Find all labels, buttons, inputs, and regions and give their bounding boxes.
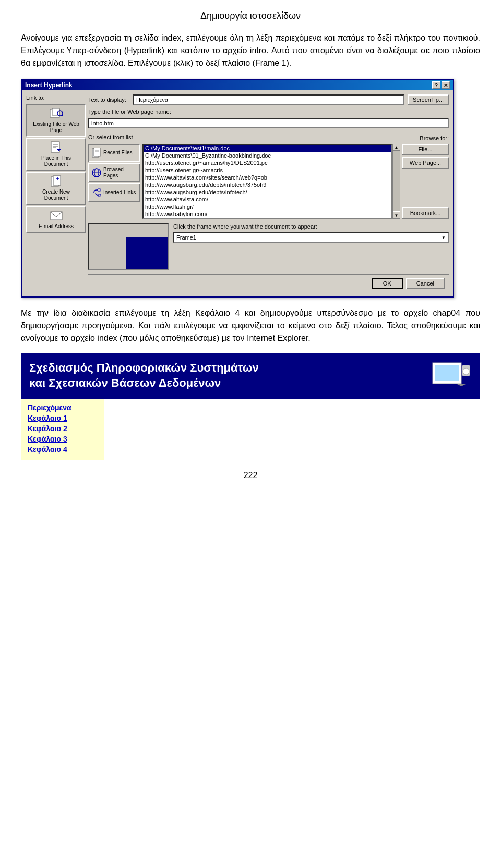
select-list-label: Or select from list [88,134,133,140]
existing-file-label: Existing File or Web Page [30,121,82,134]
frame-right-panel: Click the frame where you want the docum… [173,223,449,270]
file-browse-button[interactable]: File... [402,144,449,155]
nav-link-kef1[interactable]: Κεφάλαιο 1 [28,414,98,422]
frame-preview [88,223,169,270]
svg-rect-20 [98,189,101,191]
dialog-footer: OK Cancel [88,274,449,292]
bookmark-button[interactable]: Bookmark... [402,207,449,219]
link-to-panel: Link to: Existing File or Web Page [26,94,86,292]
svg-line-3 [62,115,63,117]
file-list-item[interactable]: http://www.augsburg.edu/depts/infotech/3… [144,181,391,188]
file-name-row [88,118,449,128]
file-list-item[interactable]: http://www.augsburg.edu/depts/infotech/ [144,188,391,196]
link-create-new-button[interactable]: Create New Document [26,172,86,205]
text-to-display-input[interactable] [133,94,404,105]
recent-files-icon [91,148,102,158]
link-existing-file-button[interactable]: Existing File or Web Page [26,104,86,137]
close-button[interactable]: ✕ [442,81,450,89]
dialog-body: Link to: Existing File or Web Page [22,90,453,296]
body-paragraph-1: Ανοίγουμε για επεξεργασία τη σελίδα inde… [21,32,480,69]
banner-text: Σχεδιασμός Πληροφοριακών Συστημάτων και … [29,361,259,390]
nav-link-kef3[interactable]: Κεφάλαιο 3 [28,435,98,443]
file-list-item[interactable]: http://www.babylon.com/ [144,210,391,218]
file-list-box: C:\My Documents\test1\main.doc C:\My Doc… [142,144,392,219]
svg-marker-26 [456,384,467,386]
file-list-item[interactable]: http://www.altavista.com/ [144,196,391,203]
dialog-title: Insert Hyperlink [25,81,73,89]
file-name-label: Type the file or Web page name: [88,109,449,115]
file-list-item[interactable]: C:\My Documents\01_Byzantine-bookbinding… [144,152,391,159]
page-title: Δημιουργία ιστοσελίδων [21,10,480,21]
file-list-item[interactable]: C:\My Documents\test1\main.doc [144,145,391,152]
create-new-label: Create New Document [30,189,82,201]
browse-buttons: File... Web Page... Bookmark... [402,144,449,219]
recent-files-button[interactable]: Recent Files [88,144,140,162]
svg-rect-9 [53,176,61,185]
browse-for-label: Browse for: [420,135,449,141]
frame-section: Click the frame where you want the docum… [88,223,449,270]
svg-rect-23 [435,365,459,381]
nav-link-kef4[interactable]: Κεφάλαιο 4 [28,445,98,454]
link-place-document-button[interactable]: Place in This Document [26,138,86,171]
file-list-area: C:\My Documents\test1\main.doc C:\My Doc… [142,144,400,219]
svg-rect-4 [51,142,59,152]
file-list-item[interactable]: http://users.otenet.gr/~amacris [144,167,391,174]
file-list-scrollbar[interactable]: ▲ ▼ [392,144,400,219]
body-paragraph-2: Με την ίδια διαδικασία επιλέγουμε τη λέξ… [21,307,480,344]
browsed-pages-button[interactable]: Browsed Pages [88,163,140,182]
main-panel: Text to display: ScreenTip... Type the f… [88,94,449,292]
banner-line2: και Σχεσιακών Βάσεων Δεδομένων [29,376,259,391]
text-to-display-row: Text to display: ScreenTip... [88,94,449,105]
nav-link-periexomena[interactable]: Περιεχόμενα [28,403,98,412]
frame-dropdown-value: Frame1 [176,234,196,241]
place-document-icon [49,141,64,153]
list-area: Recent Files Browsed Pages [88,144,449,219]
frame-select-row: Frame1 ▼ [173,232,449,243]
scroll-down-button[interactable]: ▼ [393,211,400,219]
file-list-item[interactable]: http://www.flash.gr/ [144,203,391,210]
inserted-links-label: Inserted Links [103,189,136,196]
screentip-button[interactable]: ScreenTip... [408,94,449,105]
banner-icon [430,360,472,391]
inserted-links-icon [91,187,102,198]
nav-panel: Περιεχόμενα Κεφάλαιο 1 Κεφάλαιο 2 Κεφάλα… [21,399,104,460]
link-email-button[interactable]: E-mail Address [26,206,86,233]
browsed-pages-label: Browsed Pages [103,167,137,179]
recent-files-label: Recent Files [103,150,133,156]
file-name-input[interactable] [88,118,449,128]
browsed-pages-icon [91,168,102,178]
email-label: E-mail Address [39,223,74,230]
ok-button[interactable]: OK [372,278,403,289]
existing-file-icon [49,107,64,120]
frame-inner-highlight [126,237,168,269]
website-banner: Σχεδιασμός Πληροφοριακών Συστημάτων και … [21,353,480,399]
email-icon [49,209,64,222]
banner-line1: Σχεδιασμός Πληροφοριακών Συστημάτων [29,361,259,376]
insert-hyperlink-dialog: Insert Hyperlink ? ✕ Link to: [21,79,454,298]
dialog-titlebar: Insert Hyperlink ? ✕ [22,80,453,90]
create-new-icon [49,175,64,187]
page-number: 222 [21,471,480,480]
help-button[interactable]: ? [432,81,440,89]
webpage-browse-button[interactable]: Web Page... [402,157,449,169]
file-list-item[interactable]: http://users.otenet.gr/~amacris/hy1/DES2… [144,159,391,167]
link-to-label: Link to: [26,94,86,101]
list-type-panel: Recent Files Browsed Pages [88,144,140,219]
cancel-button[interactable]: Cancel [406,278,445,289]
text-display-label: Text to display: [88,97,130,103]
svg-point-25 [463,368,469,375]
frame-dropdown[interactable]: Frame1 ▼ [173,232,449,243]
inserted-links-button[interactable]: Inserted Links [88,183,140,202]
scroll-up-button[interactable]: ▲ [393,144,400,151]
titlebar-buttons: ? ✕ [432,81,450,89]
dialog-wrapper: Insert Hyperlink ? ✕ Link to: [21,79,480,298]
dropdown-arrow-icon: ▼ [442,235,446,240]
scroll-track [393,151,400,211]
place-document-label: Place in This Document [30,155,82,168]
nav-link-kef2[interactable]: Κεφάλαιο 2 [28,424,98,433]
frame-click-label: Click the frame where you want the docum… [173,223,449,230]
file-list-item[interactable]: http://www.altavista.com/sites/search/we… [144,174,391,181]
